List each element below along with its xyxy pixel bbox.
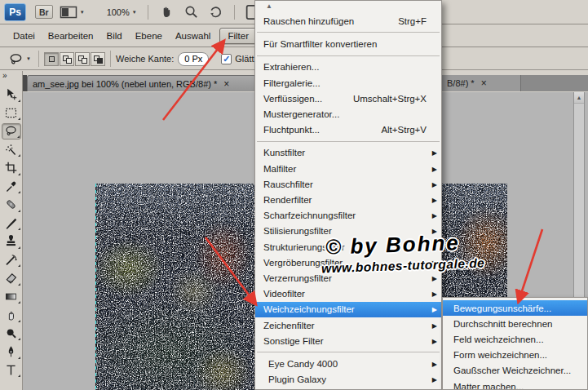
crop-tool[interactable] [2,160,21,176]
eraser-tool[interactable] [2,270,21,286]
menu-item-label: Malfilter [263,164,296,174]
zoom-level-dropdown[interactable]: 100% ▼ [104,7,139,17]
menu-item-label: Gaußscher Weichzeichner... [453,366,571,375]
submenu-arrow-icon: ▶ [432,290,437,298]
menu-datei[interactable]: Datei [7,28,42,44]
hand-tool-button[interactable] [157,4,177,20]
blur-submenu-item-feld-weichzeichnen[interactable]: Feld weichzeichnen... [443,331,587,347]
menu-item-label: Stilisierungsfilter [263,226,332,236]
gradient-tool[interactable] [2,288,21,304]
rectangular-marquee-tool[interactable] [2,104,21,121]
menu-item-label: Weichzeichnungsfilter [263,304,355,314]
eyedropper-tool[interactable] [2,178,21,194]
menu-item-label: Extrahieren... [263,62,319,72]
tools-list [0,86,22,379]
menu-item-label: Filtergalerie... [263,78,321,88]
blur-submenu-item-form-weichzeichnen[interactable]: Form weichzeichnen... [443,348,587,363]
submenu-arrow-icon: ▶ [432,376,437,383]
filter-menu-item-sonstige-filter[interactable]: Sonstige Filter▶ [255,333,441,348]
menu-item-label: Renderfilter [263,195,312,205]
menu-item-label: Verflüssigen... [263,94,322,104]
menu-bar-items: DateiBearbeitenBildEbeneAuswahlFilter [7,28,257,44]
document-tab-title: B/8#) * [447,78,475,88]
lasso-icon [11,54,20,63]
move-tool[interactable] [2,86,21,103]
menu-separator [255,348,441,356]
menu-auswahl[interactable]: Auswahl [169,28,217,44]
filter-menu-item-rauschfilter[interactable]: Rauschfilter▶ [255,176,441,192]
watermark-credit: © by Bohne [325,230,461,260]
new-selection-icon[interactable] [44,52,59,66]
filter-menu-item-zeichenfilter[interactable]: Zeichenfilter▶ [255,317,441,333]
zoom-tool-button[interactable] [181,4,201,20]
intersect-selection-icon[interactable] [91,52,105,66]
type-tool[interactable] [2,361,21,378]
tool-preset-picker[interactable]: ▼ [6,51,33,67]
filter-menu-item-filtergalerie[interactable]: Filtergalerie... [255,75,441,91]
filter-menu-item-eye-candy-4000[interactable]: Eye Candy 4000▶ [255,357,441,372]
filter-menu-item-verflüssigen[interactable]: Verflüssigen...Umschalt+Strg+X [255,91,441,106]
scroll-up-arrow-icon[interactable]: ▲ [574,92,584,104]
feather-input[interactable] [178,52,209,66]
arrange-documents-button[interactable]: ▼ [57,5,87,20]
bridge-button[interactable]: Br [35,5,53,19]
menu-item-label: Kunstfilter [263,148,305,157]
filter-menu-item-malfilter[interactable]: Malfilter▶ [255,161,441,176]
filter-menu-item-videofilter[interactable]: Videofilter▶ [255,286,441,302]
menu-filter[interactable]: Filter [219,28,257,44]
filter-menu-list: Rauschen hinzufügenStrg+FFür Smartfilter… [255,13,441,390]
menu-bild[interactable]: Bild [99,28,128,44]
subtract-from-selection-icon[interactable] [75,52,90,66]
document-tab-partial[interactable]: B/8#) * × [442,75,521,91]
filter-menu-item-weichzeichnungsfilter[interactable]: Weichzeichnungsfilter▶ [255,302,441,317]
feather-label: Weiche Kante: [116,54,174,64]
filter-menu-item-mustergenerator[interactable]: Mustergenerator... [255,106,441,122]
close-icon[interactable]: × [481,78,487,89]
blur-submenu-item-durchschnitt-berechnen[interactable]: Durchschnitt berechnen [443,316,587,331]
menu-item-label: Durchschnitt berechnen [453,319,552,329]
close-icon[interactable]: × [223,78,229,90]
magic-wand-tool[interactable] [2,141,21,157]
panel-collapse-icon[interactable]: » [0,71,22,84]
antialias-checkbox[interactable]: ✓ [221,54,232,64]
document-tab-active[interactable]: am_see.jpg bei 100% (nebel unten, RGB/8#… [27,75,256,91]
filter-menu-item-rauschen-hinzufügen[interactable]: Rauschen hinzufügenStrg+F [255,13,441,29]
submenu-arrow-icon: ▶ [432,149,437,157]
rotate-view-button[interactable] [206,4,226,20]
rotate-view-icon [210,7,220,16]
menu-bearbeiten[interactable]: Bearbeiten [42,28,100,44]
filter-menu-item-fluchtpunkt[interactable]: Fluchtpunkt...Alt+Strg+V [255,122,441,138]
photoshop-logo: Ps [4,3,26,21]
menu-item-label: Rauschfilter [263,179,313,189]
antialias-label: Glätt [235,54,254,64]
filter-menu-item-renderfilter[interactable]: Renderfilter▶ [255,192,441,207]
hand-icon [163,7,170,17]
clone-stamp-tool[interactable] [2,233,21,250]
filter-menu-item-für-smartfilter-konvertieren[interactable]: Für Smartfilter konvertieren [255,36,441,51]
pen-tool[interactable] [2,343,21,360]
brush-tool[interactable] [2,215,21,231]
blur-submenu-item-gaußscher-weichzeichner[interactable]: Gaußscher Weichzeichner... [443,363,587,379]
dodge-tool[interactable] [2,325,21,341]
filter-menu-item-plugin-galaxy[interactable]: Plugin Galaxy▶ [255,372,441,388]
smudge-tool[interactable] [2,307,21,323]
magnifier-icon [186,7,197,17]
history-brush-tool[interactable] [2,251,21,268]
menu-item-label: Sonstige Filter [263,336,324,346]
blur-submenu-item-bewegungsunschärfe[interactable]: Bewegungsunschärfe... [443,300,587,316]
filter-menu-item-kunstfilter[interactable]: Kunstfilter▶ [255,145,441,161]
menu-separator [255,52,441,60]
submenu-arrow-icon: ▶ [432,306,437,313]
menu-ebene[interactable]: Ebene [129,28,169,44]
submenu-arrow-icon: ▶ [432,274,437,281]
spot-healing-brush-tool[interactable] [2,197,21,213]
lasso-tool[interactable] [2,123,21,140]
zoom-level-value: 100% [107,7,130,17]
add-to-selection-icon[interactable] [60,52,74,66]
filter-menu-item-scharfzeichnungsfilter[interactable]: Scharfzeichnungsfilter▶ [255,208,441,224]
caret-down-icon: ▼ [80,10,85,15]
blur-submenu-item-matter-machen[interactable]: Matter machen... [443,379,587,390]
filter-menu-item-extrahieren[interactable]: Extrahieren... [255,60,441,75]
menu-scroll-up-icon[interactable]: ▲ [266,3,272,10]
menu-item-shortcut: Umschalt+Strg+X [353,94,427,104]
